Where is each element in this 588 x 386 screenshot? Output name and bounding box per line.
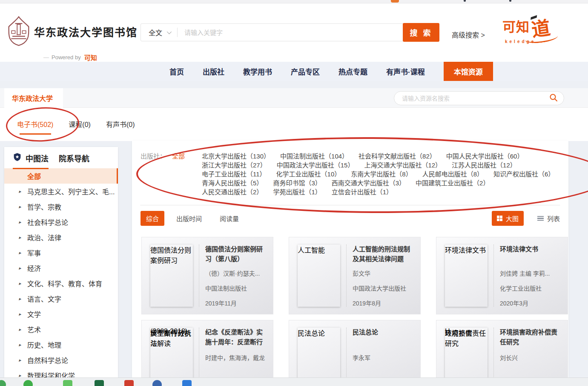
category-label: 历史、地理 bbox=[27, 340, 61, 350]
publisher-filter-item[interactable]: 商务印书馆（3） bbox=[273, 179, 321, 187]
resource-tab[interactable]: 课程(0) bbox=[69, 119, 91, 129]
publisher-filter-item[interactable]: 电子工业出版社（11） bbox=[202, 170, 266, 179]
category-item[interactable]: ▸ 艺术 bbox=[4, 322, 118, 337]
app-icon[interactable] bbox=[63, 380, 72, 386]
book-card[interactable]: 民法总论 民法总论 李永军 bbox=[289, 320, 421, 377]
resource-tab[interactable]: 有声书(0) bbox=[106, 119, 135, 129]
category-item[interactable]: ▸ 社会科学总论 bbox=[4, 214, 118, 230]
nav-item-label: 出版社 bbox=[203, 66, 224, 77]
sidebar-tab-label: 院系导航 bbox=[59, 153, 89, 164]
view-list-button[interactable]: 列表 bbox=[537, 214, 560, 223]
view-large-button[interactable]: 大图 bbox=[492, 211, 524, 226]
expand-arrow-icon: ▸ bbox=[19, 281, 27, 286]
book-cover: 反垄断行政执法 典型案件分析与解读 (2008-2018) bbox=[150, 328, 193, 377]
app-icon[interactable] bbox=[0, 380, 6, 386]
sort-option[interactable]: 综合 bbox=[141, 211, 164, 226]
category-item[interactable]: ▸ 哲学、宗教 bbox=[4, 199, 118, 214]
book-author: 李永军 bbox=[353, 353, 415, 362]
app-icon[interactable] bbox=[23, 380, 33, 386]
nav-item[interactable]: 产品专区 bbox=[291, 62, 320, 81]
book-card[interactable]: 环境法律文书 环境法律文书 刘佳娉 主编 李莉... 化学工业出版社 2020年… bbox=[436, 237, 568, 314]
sidebar-tab-departments[interactable]: 院系导航 bbox=[59, 153, 89, 169]
publisher-filter-item[interactable]: 中国政法大学出版社（15） bbox=[277, 161, 354, 170]
app-icon[interactable] bbox=[124, 380, 134, 386]
publisher-filter-item[interactable]: 西南交通大学出版社（3） bbox=[332, 179, 405, 187]
publisher-filter-item[interactable]: 学苑出版社（1） bbox=[273, 187, 321, 196]
book-card[interactable]: 德国债法分则案例研习 德国债法分则案例研习（第八版） （德）汉斯·约瑟夫... … bbox=[141, 237, 273, 314]
nav-item[interactable]: 教学用书 bbox=[243, 62, 272, 81]
category-item[interactable]: ▸ 军事 bbox=[4, 245, 118, 260]
book-card[interactable]: H 环境损害 政府补偿责任研究 环境损害政府补偿责任研究 刘长兴 bbox=[436, 320, 568, 377]
publisher-filter-item[interactable]: 中国建筑工业出版社（2） bbox=[416, 179, 489, 187]
publisher-filter-item[interactable]: 上海交通大学出版社（12） bbox=[364, 161, 442, 170]
sidebar-tab-clc[interactable]: 中图法 bbox=[13, 153, 49, 169]
publisher-filter-item[interactable]: 社会科学文献出版社（82） bbox=[359, 152, 436, 161]
resource-search-input[interactable] bbox=[402, 95, 549, 102]
resource-tab[interactable]: 电子书(502) bbox=[17, 119, 53, 129]
resource-tab-label: 电子书(502) bbox=[17, 121, 53, 128]
institution-bar: 华东政法大学 bbox=[0, 88, 588, 108]
sort-option[interactable]: 阅读量 bbox=[220, 214, 239, 223]
resource-search-bar bbox=[394, 91, 564, 105]
expand-arrow-icon: ▸ bbox=[19, 265, 27, 271]
view-switcher: 大图 列表 bbox=[492, 211, 560, 226]
nav-item[interactable]: 有声书·课程 bbox=[386, 62, 425, 81]
book-date: 2019年8月 bbox=[353, 299, 415, 307]
book-title[interactable]: 环境法律文书 bbox=[500, 245, 562, 264]
search-scope-value: 全文 bbox=[149, 27, 162, 37]
book-card[interactable]: 人工智能 人工智能的刑法规制及其相关法律问题 彭文华 中国政法大学出版社 201… bbox=[289, 237, 421, 314]
category-item[interactable]: ▸ 自然科学总论 bbox=[4, 352, 118, 368]
institution-tab[interactable]: 华东政法大学 bbox=[4, 88, 63, 108]
nav-item[interactable]: 出版社 bbox=[203, 62, 224, 81]
publisher-filter-item[interactable]: 浙江大学出版社（27） bbox=[202, 161, 267, 170]
publisher-filter-item[interactable]: 化学工业出版社（10） bbox=[276, 170, 341, 179]
publisher-filter-item[interactable]: 江苏人民出版社（12） bbox=[452, 161, 516, 170]
app-icon[interactable] bbox=[152, 380, 162, 386]
publisher-filter: 出版社： 全部 北京大学出版社（130） 中国法制出版社（104） 社会科学文献… bbox=[132, 141, 568, 199]
category-item[interactable]: ▸ 经济 bbox=[4, 260, 118, 276]
search-icon[interactable] bbox=[549, 93, 558, 104]
book-cover: H 环境损害 政府补偿责任研究 bbox=[445, 328, 488, 377]
publisher-filter-item[interactable]: 北京大学出版社（130） bbox=[202, 152, 270, 161]
publisher-filter-item[interactable]: 知识产权出版社（6） bbox=[493, 170, 554, 179]
category-item[interactable]: ▸ 马克思主义、列宁主义、毛... bbox=[4, 184, 118, 199]
publisher-filter-item[interactable]: 中国法制出版社（104） bbox=[280, 152, 348, 161]
expand-arrow-icon: ▸ bbox=[19, 189, 27, 194]
book-title[interactable]: 民法总论 bbox=[353, 328, 415, 348]
category-item[interactable]: ▸ 数理科学和化学 bbox=[4, 368, 118, 377]
book-publisher: 中国政法大学出版社 bbox=[353, 284, 415, 292]
publisher-filter-item[interactable]: 东南大学出版社（8） bbox=[351, 170, 412, 179]
category-item[interactable]: ▸ 历史、地理 bbox=[4, 337, 118, 352]
book-author: 彭文华 bbox=[353, 269, 415, 277]
publisher-filter-item[interactable]: 立信会计出版社（1） bbox=[332, 187, 393, 196]
book-title[interactable]: 德国债法分则案例研习（第八版） bbox=[205, 245, 268, 264]
category-item[interactable]: ▸ 文学 bbox=[4, 306, 118, 322]
search-button[interactable]: 搜 索 bbox=[403, 23, 439, 42]
book-title[interactable]: 环境损害政府补偿责任研究 bbox=[500, 328, 562, 348]
main-search-bar: 全文 搜 索 bbox=[141, 23, 439, 41]
keyword-search-input[interactable] bbox=[178, 29, 403, 36]
app-icon[interactable] bbox=[182, 380, 192, 386]
advanced-search-link[interactable]: 高级搜索 > bbox=[452, 29, 485, 40]
publisher-filter-item[interactable]: 青海人民出版社（5） bbox=[202, 179, 263, 187]
sort-option[interactable]: 出版时间 bbox=[176, 214, 202, 223]
publisher-filter-label: 出版社： bbox=[141, 152, 166, 196]
nav-item[interactable]: 本馆资源 bbox=[444, 62, 493, 81]
category-item[interactable]: ▸ 政治、法律 bbox=[4, 230, 118, 245]
publisher-filter-item[interactable]: 人民交通出版社（2） bbox=[202, 187, 263, 196]
publisher-filter-item[interactable]: 人民邮电出版社（8） bbox=[422, 170, 483, 179]
book-title[interactable]: 人工智能的刑法规制及其相关法律问题 bbox=[353, 245, 415, 264]
book-card[interactable]: 反垄断行政执法 典型案件分析与解读 (2008-2018) 纪念《反垄断法》实施… bbox=[141, 320, 273, 377]
browser-icon-fragment bbox=[391, 0, 399, 3]
category-item[interactable]: ▸ 语言、文字 bbox=[4, 291, 118, 306]
publisher-filter-item[interactable]: 中国人民大学出版社（60） bbox=[446, 152, 524, 161]
book-title[interactable]: 纪念《反垄断法》实施十周年：反垄断行政... bbox=[205, 328, 268, 348]
nav-item[interactable]: 热点专题 bbox=[338, 62, 367, 81]
category-item[interactable]: ▸ 全部 bbox=[4, 168, 118, 184]
app-icon[interactable] bbox=[95, 380, 104, 386]
category-item[interactable]: ▸ 文化、科学、教育、体育 bbox=[4, 276, 118, 291]
publisher-filter-all[interactable]: 全部 bbox=[172, 152, 185, 196]
category-label: 文化、科学、教育、体育 bbox=[27, 278, 102, 288]
search-scope-select[interactable]: 全文 bbox=[141, 24, 177, 41]
nav-item[interactable]: 首页 bbox=[169, 62, 184, 81]
